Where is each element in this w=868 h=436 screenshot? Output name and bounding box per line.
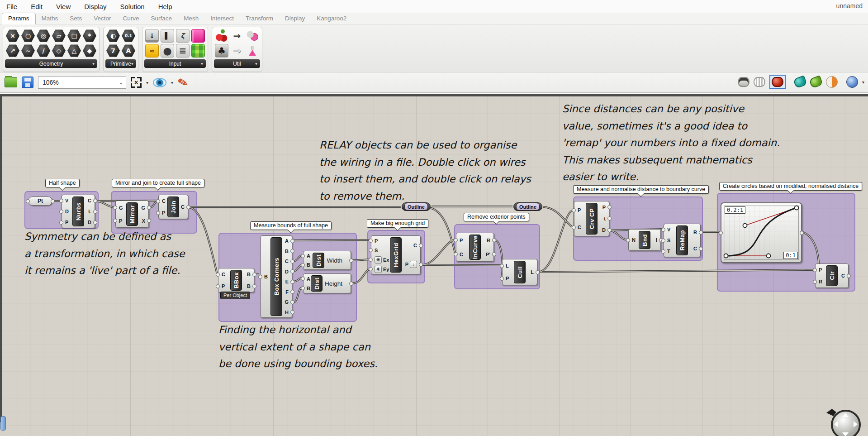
input-port[interactable]: C	[574, 224, 585, 231]
input-port[interactable]: S	[371, 247, 389, 254]
component-core[interactable]: HexGrid	[390, 237, 402, 273]
preview-eye-icon[interactable]	[153, 78, 166, 87]
output-port[interactable]: L	[85, 208, 95, 215]
tab-surface[interactable]: Surface	[145, 13, 178, 24]
relay-icon[interactable]: →	[230, 44, 244, 57]
vector-icon[interactable]: ↗	[6, 44, 19, 57]
output-port[interactable]: X	[138, 217, 148, 225]
zoom-menu-caret-icon[interactable]: ▾	[146, 80, 148, 85]
output-port[interactable]: R	[688, 229, 700, 236]
graph-input-notch[interactable]	[719, 231, 723, 235]
panel-icon[interactable]: ▌	[161, 29, 174, 43]
port-notch[interactable]	[813, 280, 817, 284]
integer-icon[interactable]: 7	[106, 44, 120, 57]
output-port[interactable]: D	[598, 226, 609, 234]
component-core[interactable]: InCurve	[469, 235, 481, 260]
tab-params[interactable]: Params	[2, 13, 36, 24]
output-port[interactable]: t	[598, 215, 609, 222]
port-notch[interactable]	[500, 277, 504, 281]
port-notch[interactable]	[113, 206, 117, 210]
port-notch[interactable]	[369, 248, 373, 252]
param-pt[interactable]: Pt	[28, 196, 52, 206]
group-expand-caret-icon[interactable]: ▾	[131, 61, 133, 66]
port-notch[interactable]	[813, 268, 817, 272]
output-port[interactable]	[344, 280, 351, 287]
component-core[interactable]: Box Corners	[270, 237, 282, 316]
preview-wireframe-icon[interactable]	[754, 77, 765, 87]
port-notch[interactable]	[349, 259, 353, 263]
component-core[interactable]: Mirror	[126, 202, 138, 226]
gradient-icon[interactable]	[191, 44, 205, 57]
port-notch[interactable]	[699, 247, 703, 251]
zoom-extents-icon[interactable]: ×	[131, 77, 142, 88]
output-port[interactable]: B	[242, 271, 254, 278]
output-port[interactable]: D	[283, 268, 292, 275]
data-dam-icon[interactable]: →	[230, 29, 244, 43]
menu-edit[interactable]: Edit	[31, 3, 43, 10]
input-port[interactable]: B	[304, 261, 312, 268]
draw-icons-icon[interactable]	[793, 75, 807, 89]
twisted-box-icon[interactable]: ◆	[83, 44, 96, 57]
null-icon[interactable]: ×	[6, 29, 19, 43]
port-notch[interactable]	[454, 238, 458, 242]
component-hexgrid[interactable]: PS✳Ex✳EyHexGridCP↓	[371, 235, 421, 274]
mesh-icon[interactable]: *	[83, 29, 96, 43]
port-notch[interactable]	[59, 199, 63, 203]
flatten-icon[interactable]: ↓	[410, 261, 417, 268]
output-port[interactable]	[344, 257, 351, 264]
port-notch[interactable]	[661, 228, 665, 232]
component-nurbs[interactable]: VDPNurbsCLD	[62, 195, 95, 228]
port-notch[interactable]	[536, 270, 540, 274]
input-port[interactable]: C	[456, 251, 469, 258]
port-notch[interactable]	[572, 225, 576, 230]
port-notch[interactable]	[252, 273, 256, 277]
input-port[interactable]: V	[62, 197, 72, 204]
output-port[interactable]: P↓	[402, 261, 420, 268]
port-notch[interactable]	[419, 263, 423, 267]
input-port[interactable]: B	[261, 273, 270, 280]
output-port[interactable]: B	[283, 248, 292, 255]
preview-shaded-selected[interactable]	[769, 75, 786, 89]
colour-swatch-icon[interactable]	[191, 29, 205, 43]
output-port[interactable]: C	[838, 272, 848, 279]
port-notch[interactable]	[59, 210, 63, 214]
component-mirror[interactable]: GPMirrorGX	[115, 201, 149, 228]
port-notch[interactable]	[258, 275, 262, 279]
port-notch[interactable]	[301, 286, 305, 290]
value-list-icon[interactable]: ≡	[176, 44, 190, 57]
output-port[interactable]: E	[283, 278, 292, 285]
number-icon[interactable]: 0.1	[122, 29, 135, 43]
text-icon[interactable]: A	[122, 44, 135, 57]
spiral-icon[interactable]: ◎	[37, 29, 50, 43]
input-port[interactable]: ✳Ex	[371, 256, 389, 264]
output-port[interactable]: P	[598, 204, 609, 211]
input-port[interactable]: G	[116, 204, 126, 211]
save-file-icon[interactable]	[22, 77, 33, 88]
galapagos-icon[interactable]	[215, 29, 228, 43]
menu-display[interactable]: Display	[84, 3, 106, 10]
output-port[interactable]: I	[651, 236, 660, 244]
input-port[interactable]: P	[116, 217, 126, 225]
component-core[interactable]: Crv CP	[586, 203, 598, 235]
cone-icon[interactable]: △	[67, 44, 81, 57]
component-core[interactable]: ReMap	[676, 225, 688, 255]
fitness-icon[interactable]	[246, 44, 259, 57]
component-cull[interactable]: LPCullL	[502, 259, 537, 285]
tree-icon[interactable]: ♣	[215, 44, 228, 57]
output-port[interactable]: G	[283, 298, 292, 306]
component-bbox[interactable]: CPBBoxBBPer Object	[218, 268, 254, 292]
input-port[interactable]: P	[218, 283, 230, 290]
port-notch[interactable]	[349, 282, 353, 286]
knob-icon[interactable]: ●	[161, 44, 174, 57]
boolean-icon[interactable]: ◐	[106, 29, 120, 43]
port-notch[interactable]	[419, 244, 423, 248]
input-port[interactable]: P	[456, 237, 469, 244]
component-box-corners[interactable]: BBox CornersABCDEFGH	[261, 235, 292, 318]
input-port[interactable]: P	[371, 237, 389, 244]
component-core[interactable]: Dist	[311, 275, 323, 292]
port-notch[interactable]	[156, 211, 160, 215]
preview-menu-caret-icon[interactable]: ▾	[171, 80, 173, 85]
port-notch[interactable]	[216, 273, 220, 277]
output-port[interactable]: L	[526, 268, 537, 276]
input-port[interactable]: P	[503, 275, 513, 282]
